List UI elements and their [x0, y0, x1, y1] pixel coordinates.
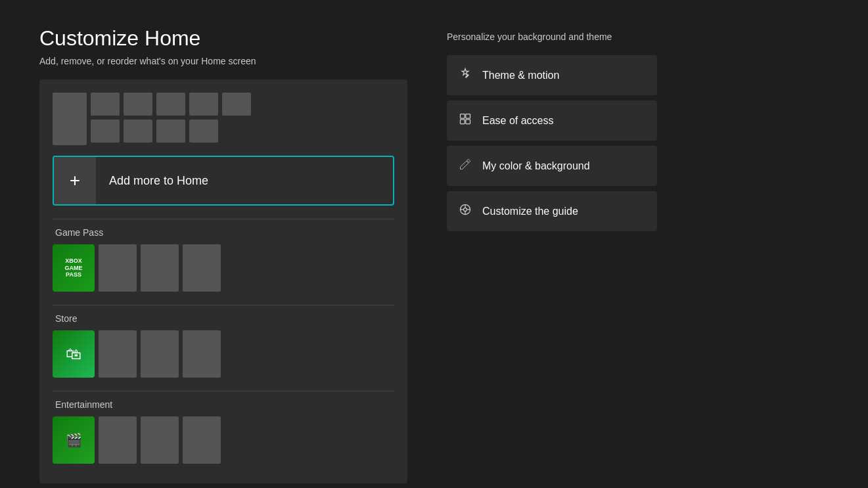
- section-label-gamepass: Game Pass: [53, 227, 394, 238]
- right-panel: Personalize your background and theme Th…: [447, 26, 657, 483]
- guide-icon: [457, 203, 473, 219]
- page-subtitle: Add, remove, or reorder what's on your H…: [39, 56, 407, 66]
- menu-item-theme[interactable]: Theme & motion: [447, 55, 657, 95]
- entertainment-tile-placeholder: [141, 416, 179, 464]
- theme-motion-label: Theme & motion: [482, 70, 559, 81]
- home-preview: + Add more to Home Game Pass XBOXGAMEPAS…: [39, 79, 407, 483]
- store-tile-placeholder: [141, 330, 179, 378]
- add-more-button[interactable]: + Add more to Home: [53, 156, 394, 206]
- accessibility-icon: [457, 112, 473, 129]
- section-divider-store: [53, 305, 394, 305]
- color-background-label: My color & background: [482, 160, 590, 172]
- add-more-label: Add more to Home: [96, 174, 221, 188]
- store-bag-icon: 🛍: [66, 345, 81, 363]
- store-tile: 🛍: [53, 330, 95, 378]
- store-tile-placeholder: [183, 330, 221, 378]
- right-subtitle: Personalize your background and theme: [447, 26, 657, 42]
- preview-row-top: [91, 93, 251, 116]
- gamepass-tile-placeholder: [141, 244, 179, 292]
- svg-rect-0: [461, 114, 465, 119]
- preview-tile: [189, 120, 218, 143]
- plus-icon: +: [70, 170, 80, 191]
- preview-grid: [53, 93, 394, 145]
- section-label-store: Store: [53, 313, 394, 324]
- preview-tile: [222, 93, 251, 116]
- entertainment-tile: 🎬: [53, 416, 95, 464]
- svg-rect-1: [466, 114, 470, 119]
- ease-of-access-label: Ease of access: [482, 115, 554, 127]
- store-row: 🛍: [53, 330, 394, 378]
- svg-rect-3: [466, 120, 470, 124]
- entertainment-tile-placeholder: [99, 416, 137, 464]
- preview-tile: [91, 93, 120, 116]
- preview-tile: [156, 120, 185, 143]
- entertainment-row: 🎬: [53, 416, 394, 464]
- section-divider-gamepass: [53, 219, 394, 219]
- entertainment-tile-placeholder: [183, 416, 221, 464]
- left-panel: Customize Home Add, remove, or reorder w…: [39, 26, 407, 483]
- preview-tile: [124, 93, 152, 116]
- menu-item-ease[interactable]: Ease of access: [447, 100, 657, 141]
- section-divider-entertainment: [53, 391, 394, 391]
- pencil-icon: [457, 158, 473, 174]
- preview-tile: [124, 120, 152, 143]
- store-tile-placeholder: [99, 330, 137, 378]
- preview-row-bottom: [91, 120, 251, 143]
- preview-small-tiles: [91, 93, 251, 143]
- preview-tile: [156, 93, 185, 116]
- gamepass-tile: XBOXGAMEPASS: [53, 244, 95, 292]
- menu-item-guide[interactable]: Customize the guide: [447, 191, 657, 231]
- preview-tile: [189, 93, 218, 116]
- customize-guide-label: Customize the guide: [482, 206, 578, 217]
- preview-tile: [91, 120, 120, 143]
- pencil-star-icon: [457, 67, 473, 83]
- gamepass-row: XBOXGAMEPASS: [53, 244, 394, 292]
- entertainment-icon: 🎬: [66, 432, 82, 448]
- menu-item-color[interactable]: My color & background: [447, 146, 657, 186]
- gamepass-tile-placeholder: [183, 244, 221, 292]
- page-title: Customize Home: [39, 26, 407, 51]
- add-more-icon-box: +: [54, 157, 96, 204]
- preview-big-tile: [53, 93, 87, 145]
- svg-point-5: [464, 208, 467, 211]
- gamepass-tile-placeholder: [99, 244, 137, 292]
- svg-rect-2: [461, 120, 465, 124]
- section-label-entertainment: Entertainment: [53, 399, 394, 410]
- gamepass-logo: XBOXGAMEPASS: [65, 257, 83, 278]
